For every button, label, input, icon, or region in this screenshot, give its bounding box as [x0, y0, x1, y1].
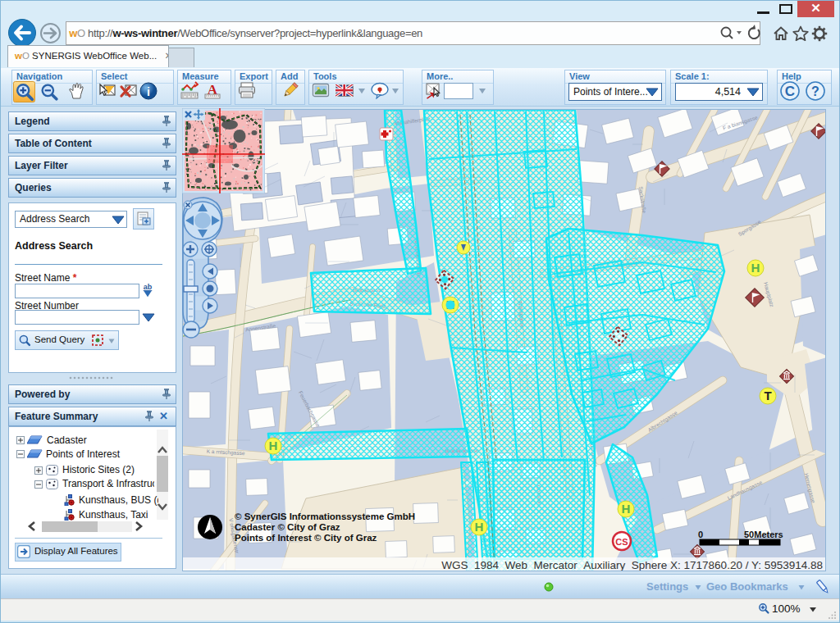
svg-text:© SynerGIS Informationssysteme: © SynerGIS Informationssysteme GmbH: [235, 512, 415, 521]
svg-text:C: C: [785, 84, 795, 99]
svg-text:WGS_1984_Web_Mercator_Auxiliar: WGS_1984_Web_Mercator_Auxiliary_Sphere X…: [441, 559, 823, 571]
svg-text:Cadaster © City of Graz: Cadaster © City of Graz: [235, 522, 340, 532]
svg-text:Points of Interest © City of G: Points of Interest © City of Graz: [235, 533, 377, 543]
svg-text:H: H: [622, 502, 631, 516]
svg-text:H: H: [475, 520, 484, 534]
svg-text:H: H: [751, 261, 760, 275]
svg-text:ab: ab: [144, 283, 153, 291]
svg-text:0: 0: [698, 530, 703, 539]
svg-text:T: T: [764, 389, 771, 402]
svg-text:H: H: [269, 439, 278, 452]
svg-text:CS: CS: [615, 537, 628, 547]
svg-text:i: i: [147, 85, 150, 98]
svg-text:50Meters: 50Meters: [744, 530, 783, 539]
svg-text:?: ?: [811, 84, 819, 98]
